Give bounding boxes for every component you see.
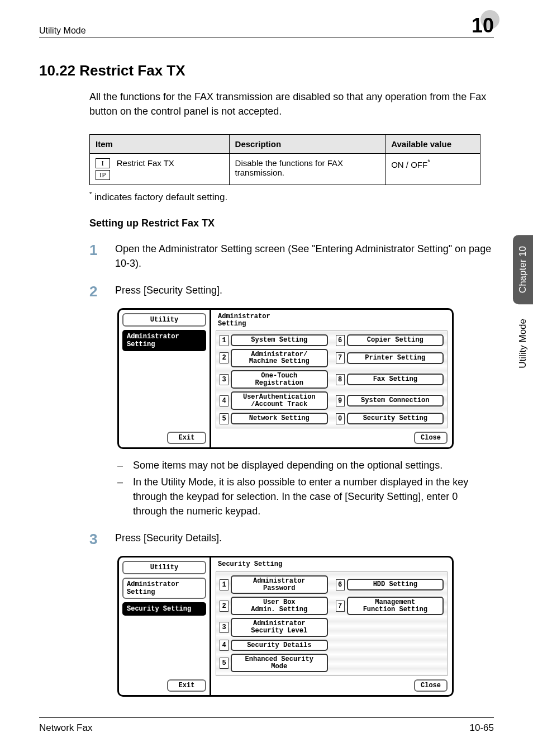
section-intro: All the functions for the FAX transmissi…	[89, 89, 494, 119]
screen2-title: Security Setting	[216, 561, 448, 568]
admin-menu-grid: 1System Setting 6Copier Setting 2Adminis…	[216, 330, 448, 428]
close-button[interactable]: Close	[414, 432, 448, 444]
row-item-name: Restrict Fax TX	[117, 158, 174, 168]
step-2-text: Press [Security Setting].	[115, 283, 494, 297]
footer-left: Network Fax	[39, 722, 92, 734]
system-connection-button[interactable]: System Connection	[347, 395, 444, 407]
settings-table: Item Description Available value I IP Re…	[89, 134, 480, 185]
mgmt-function-setting-button[interactable]: Management Function Setting	[347, 597, 444, 615]
enhanced-security-mode-button[interactable]: Enhanced Security Mode	[231, 654, 328, 672]
admin-machine-setting-button[interactable]: Administrator/ Machine Setting	[231, 349, 328, 367]
footnote-text: indicates factory default setting.	[92, 192, 227, 202]
menu-num: 6	[336, 335, 345, 346]
step-1-text: Open the Administrator Setting screen (S…	[115, 242, 494, 271]
row-icons: I IP	[96, 158, 110, 180]
note-1: Some items may not be displayed dependin…	[133, 458, 442, 472]
bullet-dash-icon: –	[117, 475, 125, 518]
note-2: In the Utility Mode, it is also possible…	[133, 475, 494, 518]
chapter-number: 10	[472, 16, 494, 36]
menu-num: 5	[220, 658, 229, 669]
admin-setting-selected[interactable]: Administrator Setting	[122, 330, 206, 351]
fax-setting-button[interactable]: Fax Setting	[347, 374, 444, 385]
menu-num: 5	[220, 413, 229, 424]
step-3-text: Press [Security Details].	[115, 531, 494, 545]
menu-num: 3	[220, 374, 229, 385]
th-item: Item	[90, 135, 230, 154]
menu-num: 0	[336, 413, 345, 424]
side-tabs: Chapter 10 Utility Mode	[513, 235, 533, 380]
row-available: ON / OFF*	[386, 154, 480, 185]
hdd-setting-button[interactable]: HDD Setting	[347, 579, 444, 590]
row-asterisk: *	[427, 158, 430, 166]
table-row: I IP Restrict Fax TX Disable the functio…	[90, 154, 480, 185]
menu-num: 1	[220, 579, 229, 590]
menu-num: 7	[336, 601, 345, 612]
footer-right: 10-65	[470, 722, 494, 734]
printer-setting-button[interactable]: Printer Setting	[347, 352, 444, 364]
side-tab-utility: Utility Mode	[513, 308, 533, 380]
utility-button[interactable]: Utility	[122, 561, 206, 574]
icon-i: I	[96, 158, 110, 168]
th-description: Description	[229, 135, 386, 154]
security-menu-grid: 1Administrator Password 6HDD Setting 2Us…	[216, 571, 448, 676]
menu-num: 7	[336, 352, 345, 363]
security-setting-selected[interactable]: Security Setting	[122, 602, 206, 616]
admin-password-button[interactable]: Administrator Password	[231, 575, 328, 594]
notes-block: –Some items may not be displayed dependi…	[117, 458, 494, 518]
side-tab-chapter: Chapter 10	[513, 235, 533, 304]
network-setting-button[interactable]: Network Setting	[231, 413, 328, 424]
system-setting-button[interactable]: System Setting	[231, 334, 328, 346]
step-1-number: 1	[89, 242, 101, 259]
menu-num: 2	[220, 601, 229, 612]
utility-button[interactable]: Utility	[122, 313, 206, 327]
page-footer: Network Fax 10-65	[39, 717, 494, 734]
admin-setting-screen: Utility Administrator Setting Exit Admin…	[117, 308, 454, 449]
row-description: Disable the functions for FAX transmissi…	[229, 154, 386, 185]
admin-security-level-button[interactable]: Administrator Security Level	[231, 618, 328, 636]
security-setting-screen: Utility Administrator Setting Security S…	[117, 556, 454, 697]
row-available-value: ON / OFF	[391, 160, 427, 169]
onetouch-registration-button[interactable]: One-Touch Registration	[231, 370, 328, 389]
menu-num: 2	[220, 352, 229, 363]
subheading: Setting up Restrict Fax TX	[89, 218, 494, 229]
menu-num: 9	[336, 395, 345, 407]
footnote: * indicates factory default setting.	[89, 191, 494, 203]
security-setting-button[interactable]: Security Setting	[347, 413, 444, 424]
bullet-dash-icon: –	[117, 458, 125, 472]
page-header: Utility Mode 10	[39, 16, 494, 37]
menu-num: 8	[336, 374, 345, 385]
screen1-title: Administrator Setting	[216, 313, 448, 327]
exit-button[interactable]: Exit	[167, 679, 206, 692]
icon-ip: IP	[96, 170, 110, 180]
menu-num: 4	[220, 640, 229, 651]
user-box-admin-button[interactable]: User Box Admin. Setting	[231, 597, 328, 615]
copier-setting-button[interactable]: Copier Setting	[347, 334, 444, 346]
close-button[interactable]: Close	[414, 679, 448, 692]
security-details-button[interactable]: Security Details	[231, 640, 328, 651]
section-title: 10.22 Restrict Fax TX	[39, 62, 494, 79]
th-available: Available value	[386, 135, 480, 154]
menu-num: 6	[336, 579, 345, 590]
header-section-name: Utility Mode	[39, 26, 86, 36]
admin-setting-button[interactable]: Administrator Setting	[122, 578, 206, 599]
menu-num: 1	[220, 335, 229, 346]
step-3-number: 3	[89, 531, 101, 548]
menu-num: 4	[220, 395, 229, 407]
menu-num: 3	[220, 622, 229, 633]
exit-button[interactable]: Exit	[167, 432, 206, 444]
user-auth-button[interactable]: UserAuthentication /Account Track	[231, 391, 328, 410]
step-2-number: 2	[89, 283, 101, 300]
